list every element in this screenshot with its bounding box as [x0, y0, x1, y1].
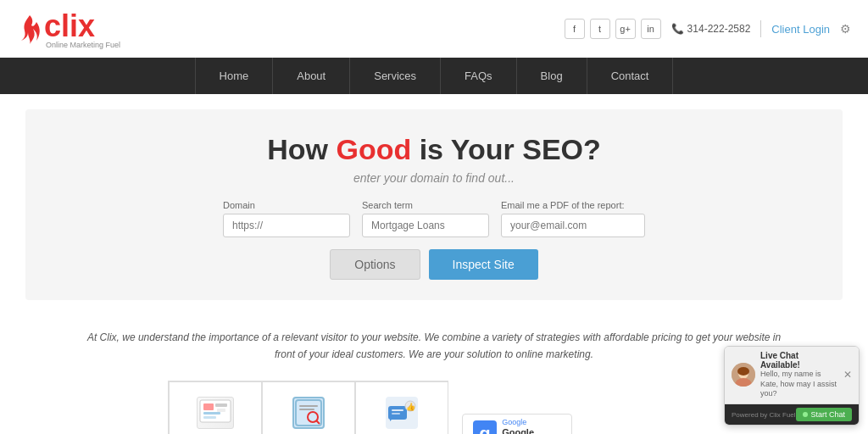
chat-info: Live Chat Available! Hello, my name is K…: [760, 351, 838, 399]
hero-title-highlight: Good: [336, 133, 411, 165]
domain-field-group: Domain: [223, 200, 350, 237]
nav-home[interactable]: Home: [195, 58, 274, 94]
our-label: Our: [47, 431, 137, 434]
chat-message-text: Hello, my name is Kate, how may I assist…: [760, 370, 838, 399]
options-button[interactable]: Options: [330, 249, 420, 280]
settings-icon[interactable]: ⚙: [840, 22, 851, 36]
email-field-group: Email me a PDF of the report:: [501, 200, 645, 237]
hero-title: How Good is Your SEO?: [42, 133, 826, 166]
email-input[interactable]: [501, 214, 645, 237]
phone-icon: 📞: [671, 23, 684, 35]
social-icons: f t g+ in: [565, 19, 661, 39]
nav-contact[interactable]: Contact: [587, 58, 674, 94]
domain-label: Domain: [223, 200, 255, 210]
hero-title-end: is Your SEO?: [411, 133, 601, 165]
form-buttons: Options Inspect Site: [330, 249, 537, 280]
email-label: Email me a PDF of the report:: [501, 200, 625, 210]
logo-flame-icon: [17, 14, 42, 44]
partner-badges: g Google Google Partner Accredited Profe…: [462, 381, 572, 434]
hero-subtitle: enter your domain to find out...: [42, 171, 826, 185]
search-label: Search term: [362, 200, 413, 210]
top-header: clix Online Marketing Fuel f t g+ in 📞 3…: [0, 0, 868, 58]
search-input[interactable]: [362, 214, 489, 237]
svg-text:👍: 👍: [406, 402, 416, 412]
svg-rect-13: [392, 409, 403, 411]
logo-lix: clix: [44, 8, 95, 43]
linkedin-icon[interactable]: in: [641, 19, 661, 39]
chat-dot-icon: [803, 412, 808, 417]
service-social[interactable]: 👍 Social Media: [355, 381, 448, 434]
chat-footer: Powered by Clix Fuel Start Chat: [725, 404, 859, 425]
hero-section: How Good is Your SEO? enter your domain …: [25, 109, 843, 300]
hero-form: Domain Search term Email me a PDF of the…: [42, 200, 826, 280]
google-partner-badge: g Google Google Partner: [462, 414, 572, 434]
nav-faqs[interactable]: FAQs: [441, 58, 517, 94]
chat-close-button[interactable]: ✕: [843, 369, 852, 381]
inspect-button[interactable]: Inspect Site: [429, 249, 538, 280]
google-plus-icon[interactable]: g+: [615, 19, 636, 39]
seo-icon: [292, 397, 325, 429]
facebook-icon[interactable]: f: [565, 19, 585, 39]
chat-widget: Live Chat Available! Hello, my name is K…: [724, 346, 860, 426]
svg-rect-2: [203, 412, 220, 415]
main-nav: Home About Services FAQs Blog Contact: [0, 58, 868, 94]
header-divider: [760, 20, 761, 37]
chat-header: Live Chat Available! Hello, my name is K…: [725, 347, 859, 404]
services-title: Our Services: [47, 431, 137, 434]
nav-services[interactable]: Services: [350, 58, 441, 94]
google-label: Google: [502, 418, 561, 427]
svg-point-26: [737, 367, 749, 376]
phone-area: 📞 314-222-2582: [671, 23, 751, 35]
services-title-box: Our Services: [15, 381, 168, 434]
svg-rect-5: [217, 409, 225, 412]
svg-rect-4: [215, 403, 227, 407]
form-fields: Domain Search term Email me a PDF of the…: [223, 200, 645, 237]
service-seo[interactable]: SEO: [262, 381, 355, 434]
svg-rect-7: [299, 405, 318, 407]
nav-about[interactable]: About: [273, 58, 350, 94]
services-grid: Pay-Per-Click SEO: [168, 381, 448, 434]
social-media-icon: 👍: [386, 397, 418, 429]
logo-text: clix: [44, 8, 120, 44]
service-ppc[interactable]: Pay-Per-Click: [169, 381, 262, 434]
start-chat-label: Start Chat: [810, 410, 845, 419]
svg-rect-3: [203, 416, 216, 419]
client-login-link[interactable]: Client Login: [771, 23, 830, 36]
twitter-icon[interactable]: t: [590, 19, 610, 39]
phone-number: 314-222-2582: [687, 23, 751, 35]
chat-avatar: [732, 363, 755, 387]
svg-rect-0: [200, 400, 231, 422]
ppc-icon: [197, 397, 234, 429]
logo-area: clix Online Marketing Fuel: [17, 8, 120, 49]
search-field-group: Search term: [362, 200, 489, 237]
hero-title-start: How: [267, 133, 336, 165]
partner-label: Google Partner: [502, 427, 561, 434]
svg-rect-14: [392, 413, 400, 415]
powered-by-text: Powered by Clix Fuel: [732, 411, 796, 419]
logo-tagline: Online Marketing Fuel: [46, 41, 120, 49]
chat-available-text: Live Chat Available!: [760, 351, 838, 370]
nav-items: Home About Services FAQs Blog Contact: [195, 58, 674, 94]
domain-input[interactable]: [223, 214, 350, 237]
nav-blog[interactable]: Blog: [517, 58, 587, 94]
svg-rect-8: [299, 409, 314, 410]
start-chat-button[interactable]: Start Chat: [796, 408, 852, 421]
svg-rect-1: [203, 403, 214, 410]
google-g-icon: g: [473, 420, 497, 434]
header-right: f t g+ in 📞 314-222-2582 Client Login ⚙: [565, 19, 851, 39]
